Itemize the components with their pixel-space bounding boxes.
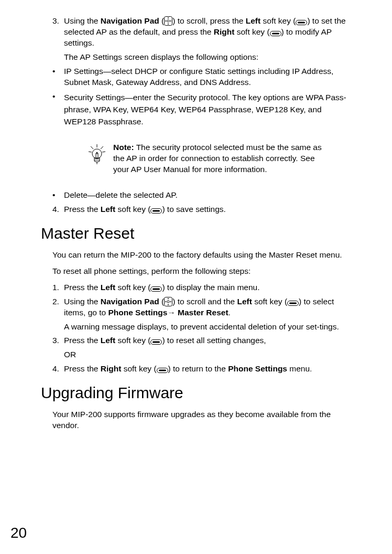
text: ) to reset all setting changes,	[162, 336, 266, 345]
text: ) to scroll and the	[172, 297, 237, 306]
text: Press the	[64, 336, 101, 345]
step-follow: A warning message displays, to prevent a…	[64, 322, 355, 333]
soft-key-icon	[296, 20, 307, 25]
bullet-mark: •	[52, 91, 64, 128]
text: soft key (	[115, 336, 150, 345]
step-body: Using the Navigation Pad () to scroll, p…	[64, 16, 355, 63]
arrow: →	[167, 308, 178, 317]
step-number: 4.	[52, 204, 64, 215]
step-number: 2.	[52, 296, 64, 333]
note-icon-col	[81, 142, 113, 165]
bullet-text: IP Settings—select DHCP or configure Sta…	[64, 66, 355, 88]
soft-key-icon	[150, 286, 162, 292]
lightbulb-icon	[86, 143, 107, 165]
heading-upgrading-firmware: Upgrading Firmware	[41, 384, 361, 402]
bullet-security-settings: • Security Settings—enter the Security p…	[52, 91, 355, 128]
step-body: Press the Left soft key () to reset all …	[64, 335, 355, 360]
master-lead: To reset all phone settings, perform the…	[52, 266, 355, 277]
bullet-mark: •	[52, 190, 64, 201]
step-number: 3.	[52, 16, 64, 63]
soft-key-icon	[157, 368, 168, 373]
text: .	[228, 308, 231, 317]
bold-left: Left	[101, 283, 115, 292]
step-number: 1.	[52, 282, 64, 293]
body-column: You can return the MIP-200 to the factor…	[52, 250, 355, 375]
nav-pad-icon	[164, 16, 172, 26]
step-body: Using the Navigation Pad () to scroll an…	[64, 296, 355, 333]
bold-nav-pad: Navigation Pad	[101, 16, 159, 25]
step-body: Press the Left soft key () to display th…	[64, 282, 355, 293]
text: ) to display the main menu.	[162, 283, 259, 292]
note-label: Note:	[113, 143, 134, 152]
step-4: 4. Press the Left soft key () to save se…	[52, 204, 355, 215]
soft-key-icon	[150, 339, 162, 345]
text: Press the	[64, 364, 101, 373]
soft-key-icon	[270, 31, 281, 36]
note-box: Note: The security protocol selected mus…	[81, 142, 324, 175]
nav-pad-icon	[164, 297, 172, 306]
text: Using the	[64, 16, 101, 25]
text: soft key (	[115, 283, 150, 292]
bullet-text: Delete—delete the selected AP.	[64, 190, 355, 201]
step-follow: The AP Settings screen displays the foll…	[64, 52, 355, 63]
step-number: 3.	[52, 335, 64, 360]
text: soft key (	[121, 364, 156, 373]
bold-master-reset: Master Reset	[178, 308, 228, 317]
text: (	[159, 16, 164, 25]
step-body: Press the Left soft key () to save setti…	[64, 204, 355, 215]
text: Press the	[64, 205, 101, 214]
bold-left: Left	[101, 205, 115, 214]
bold-phone-settings: Phone Settings	[228, 364, 287, 373]
heading-master-reset: Master Reset	[41, 225, 361, 242]
bold-left: Left	[246, 16, 260, 25]
text: soft key (	[115, 205, 150, 214]
step-number: 4.	[52, 364, 64, 375]
step-body: Press the Right soft key () to return to…	[64, 364, 355, 375]
bullet-text: Security Settings—enter the Security pro…	[64, 91, 355, 128]
note-body: The security protocol selected must be t…	[113, 143, 322, 174]
text: soft key (	[252, 297, 287, 306]
master-step-1: 1. Press the Left soft key () to display…	[52, 282, 355, 293]
soft-key-icon	[150, 208, 162, 214]
bold-phone-settings: Phone Settings	[108, 308, 167, 317]
text: menu.	[287, 364, 312, 373]
page-number: 20	[10, 525, 27, 541]
soft-key-icon	[287, 301, 299, 306]
body-column: 3. Using the Navigation Pad () to scroll…	[52, 16, 355, 215]
bullet-ip-settings: • IP Settings—select DHCP or configure S…	[52, 66, 355, 88]
page: 3. Using the Navigation Pad () to scroll…	[0, 0, 392, 554]
step-3: 3. Using the Navigation Pad () to scroll…	[52, 16, 355, 63]
bold-right: Right	[214, 27, 235, 36]
master-step-2: 2. Using the Navigation Pad () to scroll…	[52, 296, 355, 333]
text: soft key (	[260, 16, 296, 25]
bold-nav-pad: Navigation Pad	[101, 297, 159, 306]
note-text: Note: The security protocol selected mus…	[113, 142, 324, 175]
master-step-4: 4. Press the Right soft key () to return…	[52, 364, 355, 375]
text: ) to scroll, press the	[172, 16, 246, 25]
bold-left: Left	[101, 336, 115, 345]
text: ) to return to the	[168, 364, 228, 373]
bold-left: Left	[237, 297, 252, 306]
text: ) to save settings.	[162, 205, 225, 214]
bold-right: Right	[101, 364, 122, 373]
text: Using the	[64, 297, 101, 306]
bullet-mark: •	[52, 66, 64, 88]
upgrade-intro: Your MIP-200 supports firmware upgrades …	[52, 409, 355, 431]
text: Press the	[64, 283, 101, 292]
text: (	[159, 297, 164, 306]
master-intro: You can return the MIP-200 to the factor…	[52, 250, 355, 261]
body-column: Your MIP-200 supports firmware upgrades …	[52, 409, 355, 431]
master-step-3: 3. Press the Left soft key () to reset a…	[52, 335, 355, 360]
text: soft key (	[234, 27, 269, 36]
bullet-delete: • Delete—delete the selected AP.	[52, 190, 355, 201]
or-text: OR	[64, 349, 355, 360]
